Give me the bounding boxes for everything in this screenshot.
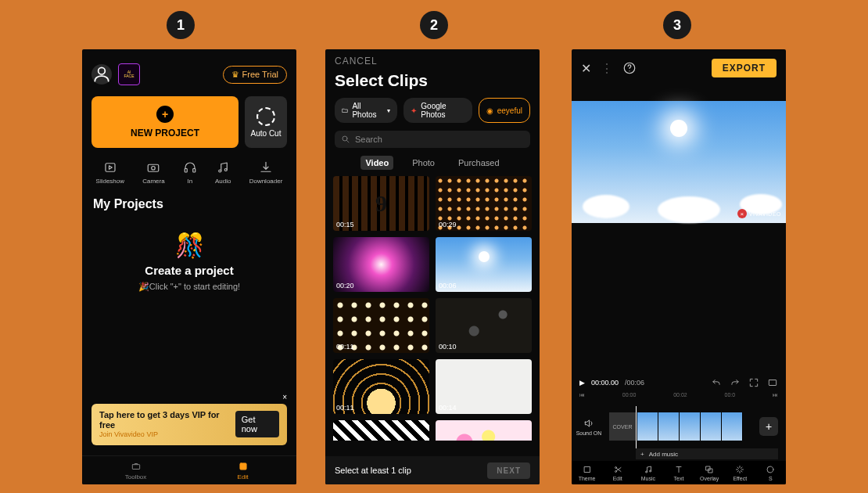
- source-all-photos[interactable]: All Photos ▾: [335, 98, 397, 123]
- confetti-icon: 🎊: [175, 232, 204, 259]
- music-track[interactable]: + Add music: [636, 448, 778, 459]
- clip-thumb[interactable]: [333, 420, 429, 441]
- time-current: 00:00.00: [591, 379, 619, 387]
- ai-face-button[interactable]: AIFACE: [118, 63, 140, 85]
- clip-grid: 00:15 00:29 00:20 00:06 00:11 00:10 00:1…: [325, 176, 540, 441]
- tool-audio[interactable]: Audio: [215, 160, 231, 185]
- crown-icon: ♛: [231, 70, 239, 80]
- step-badge-2: 2: [420, 11, 448, 39]
- screen-home: AIFACE ♛ Free Trial + NEW PROJECT Auto C…: [82, 49, 296, 484]
- fullscreen-icon[interactable]: [748, 377, 759, 388]
- sound-toggle[interactable]: Sound ON: [572, 418, 606, 436]
- clip-thumb[interactable]: 00:29: [436, 176, 532, 231]
- dot-icon: ◉: [486, 106, 493, 115]
- new-project-label: NEW PROJECT: [131, 128, 199, 139]
- screen-editor: ✕ ⋮ EXPORT × VIVAVIDEO ▶ 00:00.00 /00:06…: [572, 49, 786, 484]
- audio-icon: [216, 160, 230, 175]
- chevron-down-icon: ▾: [387, 107, 390, 114]
- avatar[interactable]: [91, 64, 112, 85]
- clip-thumb[interactable]: 00:11: [333, 298, 429, 353]
- export-button[interactable]: EXPORT: [712, 59, 777, 77]
- camera-icon: [146, 160, 160, 175]
- get-now-button[interactable]: Get now: [235, 411, 279, 437]
- watermark[interactable]: × VIVAVIDEO: [737, 209, 781, 218]
- select-clips-title: Select Clips: [325, 67, 540, 98]
- clip-thumb[interactable]: [436, 420, 532, 441]
- svg-point-15: [615, 470, 616, 472]
- close-button[interactable]: ✕: [581, 61, 591, 76]
- svg-rect-9: [239, 462, 246, 469]
- add-clip-button[interactable]: +: [759, 417, 778, 436]
- slideshow-icon: [103, 160, 117, 175]
- vip-banner[interactable]: × Tap here to get 3 days VIP for free Jo…: [91, 404, 287, 445]
- svg-point-20: [767, 466, 773, 473]
- skip-start-icon[interactable]: ⏮: [579, 392, 585, 403]
- clip-thumb[interactable]: 00:10: [436, 298, 532, 353]
- redo-icon[interactable]: [730, 377, 741, 388]
- tool-more[interactable]: S: [755, 461, 786, 484]
- tool-music[interactable]: Music: [633, 461, 663, 484]
- canvas: 1 2 3 AIFACE ♛ Free Trial + NEW PROJECT …: [0, 0, 868, 493]
- clip-track[interactable]: [637, 412, 743, 441]
- svg-point-17: [649, 470, 651, 472]
- clip-thumb[interactable]: 00:14: [436, 359, 532, 414]
- search-input[interactable]: Search: [335, 131, 530, 148]
- tool-in[interactable]: In: [183, 160, 197, 185]
- time-total: /00:06: [625, 379, 644, 387]
- music-icon: [644, 465, 653, 474]
- search-placeholder: Search: [355, 135, 382, 144]
- timeline[interactable]: Sound ON COVER +: [572, 405, 786, 448]
- tool-slideshow[interactable]: Slideshow: [96, 160, 124, 185]
- play-button[interactable]: ▶: [579, 379, 585, 387]
- empty-subtitle: 🎉Click "+" to start editing!: [138, 282, 240, 292]
- svg-point-16: [645, 471, 647, 473]
- svg-point-3: [152, 167, 156, 171]
- source-eeyeful[interactable]: ◉ eeyeful: [479, 98, 530, 123]
- tool-effect[interactable]: Effect: [725, 461, 755, 484]
- tab-purchased[interactable]: Purchased: [454, 156, 504, 170]
- edit-plus-icon: [238, 461, 249, 472]
- remove-watermark-icon[interactable]: ×: [737, 209, 747, 218]
- tool-downloader[interactable]: Downloader: [249, 160, 283, 185]
- clip-thumb[interactable]: 00:06: [436, 237, 532, 292]
- tool-overlay[interactable]: Overlay: [694, 461, 725, 484]
- tool-theme[interactable]: Theme: [572, 461, 602, 484]
- overlay-icon: [705, 465, 714, 474]
- clip-thumb[interactable]: 00:11: [333, 359, 429, 414]
- source-google-photos[interactable]: ✦ Google Photos: [404, 98, 472, 123]
- tool-text[interactable]: Text: [663, 461, 694, 484]
- sparkle-icon: [735, 465, 744, 474]
- empty-title: Create a project: [145, 264, 233, 277]
- new-project-button[interactable]: + NEW PROJECT: [91, 96, 239, 148]
- svg-rect-12: [769, 380, 776, 386]
- nav-toolbox[interactable]: Toolbox: [82, 456, 189, 484]
- tab-photo[interactable]: Photo: [407, 156, 439, 170]
- selection-hint: Select at least 1 clip: [335, 466, 411, 475]
- svg-point-10: [343, 136, 347, 141]
- help-icon[interactable]: [622, 61, 637, 75]
- clip-thumb[interactable]: 00:20: [333, 237, 429, 292]
- vip-join: Join Vivavideo VIP: [99, 430, 235, 439]
- svg-rect-18: [706, 466, 710, 470]
- cancel-button[interactable]: CANCEL: [325, 49, 540, 67]
- free-trial-button[interactable]: ♛ Free Trial: [223, 66, 287, 84]
- user-icon: [91, 64, 112, 85]
- svg-point-14: [615, 466, 616, 468]
- auto-cut-button[interactable]: Auto Cut: [245, 96, 287, 148]
- nav-edit[interactable]: Edit: [189, 456, 296, 484]
- vip-close-icon[interactable]: ×: [282, 393, 287, 401]
- tool-camera[interactable]: Camera: [142, 160, 164, 185]
- aspect-icon[interactable]: [767, 377, 778, 388]
- tab-video[interactable]: Video: [360, 156, 393, 170]
- undo-icon[interactable]: [711, 377, 722, 388]
- clip-thumb[interactable]: 00:15: [333, 176, 429, 231]
- cover-frame[interactable]: COVER: [609, 412, 636, 441]
- next-button[interactable]: NEXT: [487, 462, 530, 479]
- google-icon: ✦: [411, 106, 417, 115]
- more-icon: [766, 465, 775, 474]
- video-preview[interactable]: × VIVAVIDEO: [572, 101, 786, 223]
- svg-rect-4: [185, 169, 187, 173]
- tool-edit[interactable]: Edit: [602, 461, 633, 484]
- empty-state: 🎊 Create a project 🎉Click "+" to start e…: [82, 232, 296, 292]
- skip-end-icon[interactable]: ⏭: [773, 392, 778, 403]
